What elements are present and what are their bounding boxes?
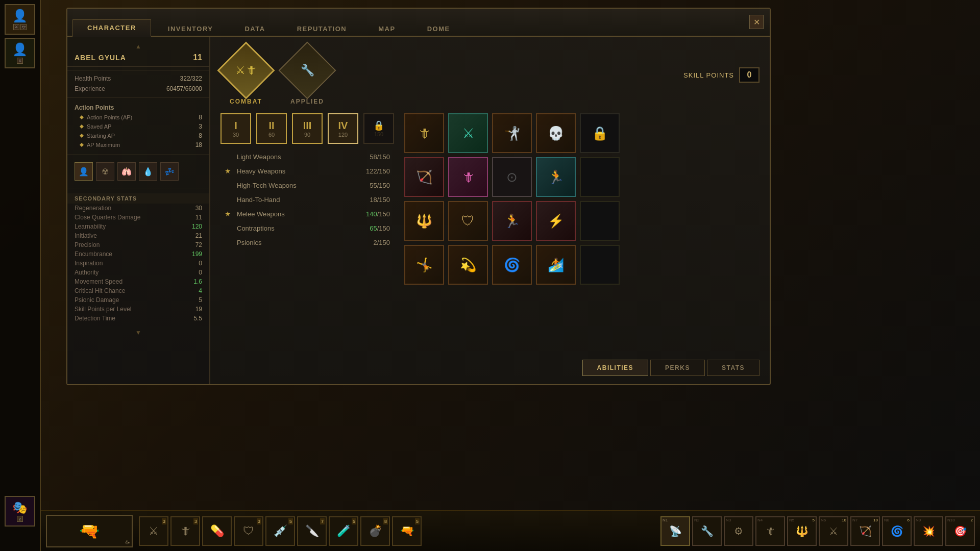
ability-cell-1-0[interactable]: 🏹 (404, 157, 444, 197)
bottom-tab-stats[interactable]: STATS (707, 360, 760, 376)
skill-melee-weapons[interactable]: ★ Melee Weapons 140/150 (220, 207, 394, 220)
right-hotbar-n1-icon: 📡 (669, 525, 682, 537)
hotbar-item-6[interactable]: 🔪 7 (297, 516, 327, 546)
filter-blood[interactable]: 💧 (139, 162, 157, 181)
portrait-3[interactable]: 🎭 2 (5, 496, 35, 527)
right-hotbar-n2[interactable]: 🔧 N2 (692, 516, 722, 546)
hotbar-item-4[interactable]: 🛡 3 (234, 516, 263, 546)
precision-label: Precision (75, 241, 100, 248)
ability-icon-0-4: 🔒 (592, 126, 608, 141)
portrait-2[interactable]: 👤 ⚔ (5, 38, 35, 68)
ability-cell-0-3[interactable]: 💀 (536, 113, 576, 153)
filter-body[interactable]: 🫁 (117, 162, 136, 181)
right-hotbar-n10[interactable]: 🎯 N10 2 (945, 516, 975, 546)
hotbar-item-1[interactable]: ⚔ 3 (139, 516, 168, 546)
divider-2 (67, 97, 209, 97)
ability-cell-3-3[interactable]: 🏄 (536, 245, 576, 285)
ability-cell-3-1[interactable]: 💫 (448, 245, 488, 285)
tier-2-roman: II (268, 120, 274, 132)
selected-item-icon: 🔫 (79, 521, 100, 541)
tab-reputation[interactable]: REPUTATION (282, 20, 362, 37)
tab-data[interactable]: DATA (230, 20, 280, 37)
hotbar-item-9[interactable]: 🔫 5 (392, 516, 422, 546)
applied-skill-box[interactable]: 🔧 APPLIED (282, 45, 333, 105)
right-hotbar-n4[interactable]: 🗡 N4 (755, 516, 785, 546)
ability-cell-0-0[interactable]: 🗡 (404, 113, 444, 153)
ap-maximum-label: AP Maximum (80, 142, 120, 148)
filter-sleep[interactable]: 💤 (160, 162, 179, 181)
divider-3 (67, 155, 209, 155)
ability-grid-column: 🗡 ⚔ 🤺 💀 🔒 (404, 113, 760, 293)
tab-map[interactable]: MAP (363, 20, 410, 37)
hotbar-badge-8: 8 (383, 518, 388, 524)
right-hotbar-n9[interactable]: 💥 N9 (914, 516, 943, 546)
right-hotbar-n3[interactable]: ⚙ N3 (724, 516, 753, 546)
portrait-1[interactable]: 👤 ⚔ 🛡 (5, 4, 35, 35)
skill-con-value: 65/150 (370, 224, 390, 232)
hotbar-item-5[interactable]: 💉 5 (265, 516, 295, 546)
skill-contraptions[interactable]: ★ Contraptions 65/150 (220, 221, 394, 235)
tier-4[interactable]: IV 120 (328, 113, 358, 144)
filter-all[interactable]: 👤 (75, 162, 93, 181)
health-points-row: Health Points 322/322 (67, 73, 209, 84)
bottom-hotbar: 🔫 4▪ ⚔ 3 🗡 3 💊 🛡 3 💉 5 🔪 7 🧪 5 💣 8 🔫 5 📡 (41, 510, 980, 551)
ability-cell-0-4[interactable]: 🔒 (580, 113, 620, 153)
selected-item-label: 4▪ (125, 540, 130, 545)
portrait-badge-3: 2 (17, 516, 23, 522)
filter-radiation[interactable]: ☢ (96, 162, 114, 181)
skill-htw-name: High-Tech Weapons (237, 182, 297, 189)
tier-3-roman: III (303, 120, 312, 132)
tab-inventory[interactable]: INVENTORY (153, 20, 228, 37)
right-n4-label: N4 (757, 518, 763, 522)
skill-psi-star: ★ (225, 238, 233, 246)
detection-value: 5.5 (193, 315, 202, 322)
skill-psionics[interactable]: ★ Psionics 2/150 (220, 236, 394, 249)
hotbar-item-8[interactable]: 💣 8 (360, 516, 390, 546)
right-hotbar-n3-icon: ⚙ (734, 525, 743, 537)
tier-5[interactable]: 🔒 150 (363, 113, 394, 144)
hotbar-item-2[interactable]: 🗡 3 (170, 516, 200, 546)
ability-cell-1-3[interactable]: 🏃 (536, 157, 576, 197)
ability-cell-1-1[interactable]: 🗡 (448, 157, 488, 197)
ability-cell-2-3[interactable]: ⚡ (536, 201, 576, 241)
skill-light-weapons[interactable]: ★ Light Weapons 58/150 (220, 150, 394, 163)
skills-panel: ⚔🗡 COMBAT 🔧 APPLIED (210, 37, 770, 384)
tier-2[interactable]: II 60 (256, 113, 287, 144)
bottom-tab-abilities[interactable]: ABILITIES (582, 360, 649, 376)
right-hotbar-n5[interactable]: 🔱 N5 5 (787, 516, 817, 546)
right-hotbar-n6[interactable]: ⚔ N6 10 (819, 516, 848, 546)
right-hotbar-n7[interactable]: 🏹 N7 10 (850, 516, 880, 546)
combat-skill-box[interactable]: ⚔🗡 COMBAT (220, 45, 272, 105)
scroll-down[interactable]: ▼ (67, 327, 209, 338)
tab-dome[interactable]: DOME (412, 20, 465, 37)
learnability-label: Learnability (75, 223, 106, 230)
ability-icon-3-3: 🏄 (548, 257, 564, 273)
hotbar-item-7[interactable]: 🧪 5 (329, 516, 358, 546)
hotbar-item-3[interactable]: 💊 (202, 516, 232, 546)
tier-3[interactable]: III 90 (292, 113, 323, 144)
ability-cell-2-0[interactable]: 🔱 (404, 201, 444, 241)
close-button[interactable]: ✕ (749, 15, 764, 29)
right-hotbar-n1[interactable]: 📡 N1 (660, 516, 690, 546)
skill-hand-to-hand[interactable]: ★ Hand-To-Hand 18/150 (220, 193, 394, 206)
ability-cell-0-1[interactable]: ⚔ (448, 113, 488, 153)
skill-hightech-weapons[interactable]: ★ High-Tech Weapons 55/150 (220, 179, 394, 192)
ability-cell-1-2[interactable]: ⊙ (492, 157, 532, 197)
tier-1[interactable]: I 30 (220, 113, 251, 144)
tier-2-points: 60 (268, 132, 275, 138)
ability-cell-2-1[interactable]: 🛡 (448, 201, 488, 241)
tab-character[interactable]: CHARACTER (72, 19, 151, 37)
portrait-badge-armor: 🛡 (20, 24, 27, 30)
right-hotbar-n8-icon: 🌀 (891, 525, 903, 537)
scroll-up[interactable]: ▲ (67, 42, 209, 51)
skill-heavy-weapons[interactable]: ★ Heavy Weapons 122/150 (220, 164, 394, 178)
ability-cell-3-0[interactable]: 🤸 (404, 245, 444, 285)
combat-diamond-icon: ⚔🗡 (235, 64, 257, 77)
ability-cell-2-2[interactable]: 🏃 (492, 201, 532, 241)
experience-value: 60457/66000 (166, 85, 202, 92)
bottom-tab-perks[interactable]: PERKS (650, 360, 705, 376)
ability-cell-0-2[interactable]: 🤺 (492, 113, 532, 153)
action-points-label: Action Points (67, 103, 209, 113)
ability-cell-3-2[interactable]: 🌀 (492, 245, 532, 285)
right-hotbar-n8[interactable]: 🌀 N8 6 (882, 516, 912, 546)
